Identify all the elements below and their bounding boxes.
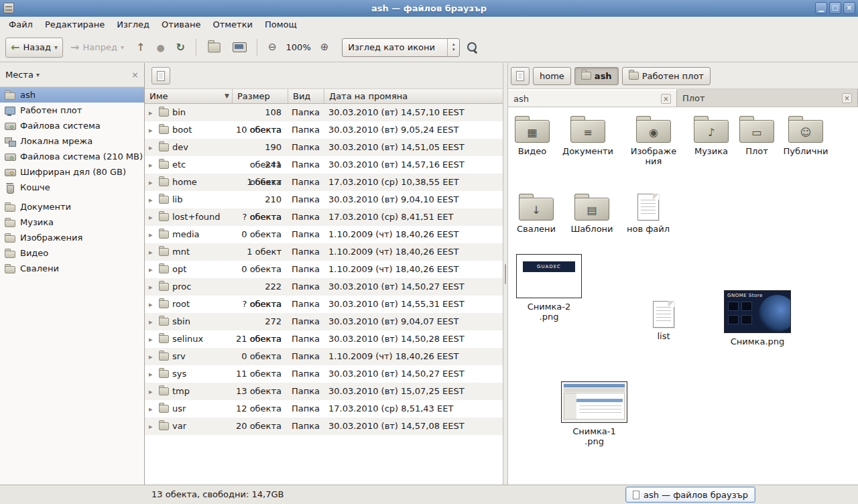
folder-item-downloads[interactable]: ↓ Свалени (512, 194, 560, 234)
home-button[interactable] (202, 38, 226, 58)
folder-item-video[interactable]: ▦ Видео (508, 116, 556, 156)
folder-item-pictures[interactable]: ◉ Изображения (629, 116, 678, 166)
table-row[interactable]: ▸ tmp 13 обекта Папка 30.03.2010 (вт) 15… (145, 383, 503, 400)
combo-spinner[interactable]: ▴ ▾ (447, 39, 459, 56)
expander-icon[interactable]: ▸ (149, 371, 156, 378)
up-button[interactable]: ↑ (131, 38, 149, 58)
taskbar-window-button[interactable]: ash — файлов браузър (625, 487, 755, 503)
view-mode-select[interactable]: Изглед като икони ▴ ▾ (342, 38, 460, 57)
zoom-out-button[interactable]: ⊖ (263, 38, 282, 58)
expander-icon[interactable]: ▸ (149, 162, 156, 169)
expander-icon[interactable]: ▸ (149, 109, 156, 117)
places-dropdown-icon[interactable]: ▾ (36, 71, 131, 78)
expander-icon[interactable]: ▸ (149, 179, 156, 186)
table-row[interactable]: ▸ boot 10 обекта Папка 30.03.2010 (вт) 9… (145, 121, 503, 139)
expander-icon[interactable]: ▸ (149, 388, 156, 395)
file-item-new-file[interactable]: нов файл (624, 194, 672, 234)
expander-icon[interactable]: ▸ (149, 144, 156, 151)
table-row[interactable]: ▸ root ? обекта Папка 30.03.2010 (вт) 14… (145, 296, 503, 313)
expander-icon[interactable]: ▸ (149, 405, 156, 413)
sidebar-item[interactable]: Свалени (0, 261, 144, 276)
table-row[interactable]: ▸ media 0 обекта Папка 1.10.2009 (чт) 18… (145, 226, 503, 243)
pane-location-button[interactable] (151, 67, 170, 84)
table-row[interactable]: ▸ usr 12 обекта Папка 17.03.2010 (ср) 8,… (145, 400, 503, 418)
table-row[interactable]: ▸ etc 241 обекта Папка 30.03.2010 (вт) 1… (145, 156, 503, 174)
table-row[interactable]: ▸ proc 222 обекта Папка 30.03.2010 (вт) … (145, 278, 503, 296)
close-button[interactable]: × (843, 2, 855, 14)
sidebar-item[interactable]: Видео (0, 245, 144, 261)
table-row[interactable]: ▸ lib 210 обекта Папка 30.03.2010 (вт) 9… (145, 191, 503, 208)
expander-icon[interactable]: ▸ (149, 318, 156, 326)
breadcrumb-ash[interactable]: ash (574, 67, 619, 85)
reload-button[interactable]: ↻ (172, 38, 190, 58)
sidebar-item[interactable]: Работен плот (0, 103, 144, 118)
file-item-snimka[interactable]: GNOME Store Снимка.png (724, 290, 791, 346)
table-row[interactable]: ▸ mnt 1 обект Папка 1.10.2009 (чт) 18,40… (145, 243, 503, 261)
menu-item[interactable]: Отметки (206, 17, 258, 33)
folder-item-templates[interactable]: ▤ Шаблони (568, 194, 616, 234)
expander-icon[interactable]: ▸ (149, 301, 156, 308)
menu-item[interactable]: Редактиране (39, 17, 111, 33)
maximize-button[interactable]: □ (829, 2, 841, 14)
computer-button[interactable] (228, 38, 251, 58)
expander-icon[interactable]: ▸ (149, 336, 156, 343)
expander-icon[interactable]: ▸ (149, 196, 156, 204)
breadcrumb-home[interactable]: home (533, 67, 571, 85)
table-row[interactable]: ▸ opt 0 обекта Папка 1.10.2009 (чт) 18,4… (145, 261, 503, 278)
table-row[interactable]: ▸ srv 0 обекта Папка 1.10.2009 (чт) 18,4… (145, 348, 503, 365)
pathbar-root-button[interactable] (511, 67, 530, 85)
tab-ash[interactable]: ash × (508, 89, 677, 107)
expander-icon[interactable]: ▸ (149, 353, 156, 361)
sidebar-item[interactable]: ash (0, 87, 144, 103)
table-row[interactable]: ▸ lost+found ? обекта Папка 17.03.2010 (… (145, 208, 503, 226)
tab-close-icon[interactable]: × (842, 93, 852, 103)
sidebar-item[interactable]: Музика (0, 214, 144, 230)
expander-icon[interactable]: ▸ (149, 231, 156, 239)
expander-icon[interactable]: ▸ (149, 127, 156, 134)
tab-plot[interactable]: Плот × (677, 89, 858, 107)
folder-item-public[interactable]: ☺ Публични (782, 116, 830, 156)
back-dropdown-icon[interactable]: ▾ (54, 44, 58, 51)
sidebar-item[interactable]: Кошче (0, 180, 144, 195)
table-row[interactable]: ▸ dev 190 обекта Папка 30.03.2010 (вт) 1… (145, 139, 503, 156)
menu-item[interactable]: Помощ (259, 17, 303, 33)
column-header-name[interactable]: Име ▼ (145, 89, 233, 103)
pane-splitter[interactable] (503, 63, 508, 485)
sidebar-item[interactable]: Файлова система (210 MB) (0, 149, 144, 164)
expander-icon[interactable]: ▸ (149, 423, 156, 430)
column-header-size[interactable]: Размер (233, 89, 288, 103)
sidebar-item[interactable]: Файлова система (0, 118, 144, 133)
folder-item-documents[interactable]: ≡ Документи (562, 116, 614, 156)
sidebar-item[interactable]: Изображения (0, 230, 144, 245)
expander-icon[interactable]: ▸ (149, 214, 156, 221)
places-title[interactable]: Места (5, 70, 34, 80)
expander-icon[interactable]: ▸ (149, 266, 156, 273)
forward-button[interactable]: → Напред ▾ (65, 38, 129, 58)
search-button[interactable] (462, 38, 483, 58)
file-item-snimka1[interactable]: Снимка-1.png (561, 381, 627, 446)
places-close-icon[interactable]: × (131, 70, 139, 80)
expander-icon[interactable]: ▸ (149, 249, 156, 256)
table-row[interactable]: ▸ selinux 21 обекта Папка 30.03.2010 (вт… (145, 330, 503, 348)
sidebar-item[interactable]: Шифриран дял (80 GB) (0, 164, 144, 180)
file-item-list[interactable]: list (639, 301, 688, 341)
column-header-type[interactable]: Вид (288, 89, 324, 103)
menu-item[interactable]: Отиване (156, 17, 206, 33)
table-row[interactable]: ▸ var 20 обекта Папка 30.03.2010 (вт) 14… (145, 418, 503, 435)
expander-icon[interactable]: ▸ (149, 284, 156, 291)
stop-button[interactable]: ● (151, 38, 169, 58)
breadcrumb-desktop[interactable]: Работен плот (622, 67, 711, 85)
back-button[interactable]: ← Назад ▾ (5, 38, 63, 58)
folder-item-desktop[interactable]: ▭ Плот (733, 116, 781, 156)
table-row[interactable]: ▸ sbin 272 обекта Папка 30.03.2010 (вт) … (145, 313, 503, 330)
tab-close-icon[interactable]: × (661, 94, 671, 104)
file-item-snimka2[interactable]: GUADEC Снимка-2.png (516, 254, 582, 322)
minimize-button[interactable]: ▁ (815, 2, 827, 14)
table-row[interactable]: ▸ home 1 обект Папка 17.03.2010 (ср) 10,… (145, 174, 503, 191)
sidebar-item[interactable]: Локална мрежа (0, 133, 144, 149)
menu-item[interactable]: Изглед (111, 17, 156, 33)
zoom-in-button[interactable]: ⊕ (316, 38, 334, 58)
column-header-date[interactable]: Дата на промяна (324, 89, 503, 103)
sidebar-item[interactable]: Документи (0, 199, 144, 214)
menu-item[interactable]: Файл (3, 17, 39, 33)
